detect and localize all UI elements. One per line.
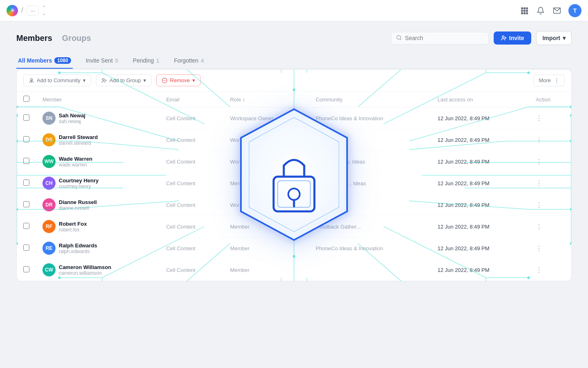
email-cell-0: Cell Content (166, 115, 196, 121)
table-row: DR Dianne Russell dianne.russell Cell Co… (17, 194, 571, 216)
row-checkbox-6[interactable] (23, 245, 29, 251)
table-row: RE Ralph Edwards ralph.edwards Cell Cont… (17, 238, 571, 259)
action-menu-0[interactable]: ⋮ (536, 115, 543, 122)
row-checkbox-4[interactable] (23, 201, 29, 207)
svg-rect-3 (521, 10, 523, 12)
tab-groups[interactable]: Groups (62, 34, 91, 43)
member-info-4: Dianne Russell dianne.russell (59, 199, 97, 211)
svg-point-109 (31, 79, 33, 81)
invite-label: Invite (509, 35, 524, 41)
member-info-1: Darrell Steward darrell.steward (59, 134, 98, 146)
member-username-1: darrell.steward (59, 140, 98, 146)
subtab-forgotten[interactable]: Forgotten 4 (172, 53, 205, 69)
member-name-2: Wade Warren (59, 156, 92, 162)
subtab-forgotten-label: Forgotten (174, 57, 198, 64)
more-button[interactable]: More ⋮ (533, 74, 565, 86)
row-checkbox-7[interactable] (23, 266, 29, 272)
last-access-cell-6: 12 Jun 2022, 8:49 PM (437, 245, 489, 251)
remove-label: Remove (170, 77, 189, 83)
action-menu-1[interactable]: ⋮ (536, 137, 543, 144)
subtab-pending[interactable]: Pending 1 (131, 53, 161, 69)
member-avatar-1: DS (42, 133, 56, 146)
svg-rect-4 (523, 10, 526, 12)
add-to-community-button[interactable]: Add to Community ▾ (23, 74, 91, 86)
col-email: Email (160, 92, 223, 108)
user-avatar[interactable]: T (568, 4, 581, 17)
table-row: CW Cameron Williamson cameron.williamson… (17, 259, 571, 281)
page-header: Members Groups Inv (16, 31, 572, 45)
member-avatar-5: RF (42, 220, 56, 233)
topbar-right: T (519, 4, 581, 17)
action-menu-5[interactable]: ⋮ (536, 223, 543, 230)
action-menu-3[interactable]: ⋮ (536, 180, 543, 187)
email-cell-4: Cell Content (166, 202, 196, 208)
svg-rect-0 (521, 7, 523, 9)
email-cell-5: Cell Content (166, 224, 196, 230)
bell-icon[interactable] (536, 6, 546, 16)
member-cell-0: SN Sah Newaj sah.newaj (42, 112, 153, 125)
row-checkbox-3[interactable] (23, 180, 29, 186)
subtab-all-members-label: All Members (18, 57, 52, 64)
member-info-2: Wade Warren wade.warren (59, 156, 92, 168)
add-to-group-button[interactable]: Add to Group ▾ (96, 74, 151, 86)
table-row: CH Courtney Henry courtney.henry Cell Co… (17, 173, 571, 194)
add-to-community-label: Add to Community (37, 77, 80, 83)
search-box[interactable] (391, 32, 489, 45)
table-row: DS Darrell Steward darrell.steward Cell … (17, 129, 571, 151)
col-last-access: Last access on (431, 92, 529, 108)
member-cell-3: CH Courtney Henry courtney.henry (42, 177, 153, 190)
action-menu-7[interactable]: ⋮ (536, 267, 543, 274)
member-name-1: Darrell Steward (59, 134, 98, 140)
member-name-3: Courtney Henry (59, 177, 99, 184)
last-access-cell-2: 12 Jun 2022, 8:49 PM (437, 159, 489, 165)
row-checkbox-2[interactable] (23, 158, 29, 164)
member-avatar-7: CW (42, 263, 56, 276)
subtab-invite-sent[interactable]: Invite Sent 5 (84, 53, 120, 69)
member-cell-5: RF Robert Fox robert.fox (42, 220, 153, 233)
role-cell-5: Member (230, 224, 249, 230)
subtab-all-members[interactable]: All Members 1080 (16, 53, 73, 69)
row-checkbox-0[interactable] (23, 114, 29, 121)
mail-icon[interactable] (552, 6, 562, 16)
topbar-left: ✳ / ··· ⌃⌄ (7, 5, 46, 16)
chevron-down-icon-remove: ▾ (192, 77, 195, 83)
forgotten-count: 4 (201, 58, 204, 64)
chevron-up-down-icon[interactable]: ⌃⌄ (42, 5, 46, 16)
action-menu-2[interactable]: ⋮ (536, 158, 543, 165)
pending-count: 1 (156, 58, 159, 64)
search-input[interactable] (405, 35, 483, 41)
svg-rect-1 (523, 7, 526, 9)
row-checkbox-5[interactable] (23, 223, 29, 229)
members-table: Member Email Role ↕ Community Last acces… (17, 92, 571, 281)
member-cell-6: RE Ralph Edwards ralph.edwards (42, 242, 153, 255)
last-access-cell-0: 12 Jun 2022, 8:49 PM (437, 115, 489, 121)
member-cell-4: DR Dianne Russell dianne.russell (42, 198, 153, 211)
community-cell-0: PhoneCo Ideas & Innovation (316, 115, 383, 121)
invite-button[interactable]: Invite (494, 31, 532, 45)
main-container: Members Groups Inv (0, 21, 588, 368)
community-cell-5: Feedback Gather... (316, 224, 361, 230)
col-community: Community (309, 92, 431, 108)
grid-icon[interactable] (519, 6, 529, 16)
tab-members[interactable]: Members (16, 34, 52, 43)
svg-rect-6 (521, 12, 523, 14)
email-cell-6: Cell Content (166, 245, 196, 251)
action-menu-4[interactable]: ⋮ (536, 202, 543, 209)
last-access-cell-1: 12 Jun 2022, 8:49 PM (437, 137, 489, 143)
breadcrumb-separator: / (21, 6, 23, 15)
app-logo[interactable]: ✳ (7, 5, 18, 16)
member-username-4: dianne.russell (59, 205, 97, 211)
import-label: Import (542, 35, 560, 41)
row-checkbox-1[interactable] (23, 136, 29, 142)
remove-button[interactable]: Remove ▾ (156, 74, 200, 86)
subtab-invite-sent-label: Invite Sent (86, 57, 113, 64)
member-name-0: Sah Newaj (59, 112, 85, 119)
member-info-6: Ralph Edwards ralph.edwards (59, 242, 97, 254)
select-all-checkbox[interactable] (23, 96, 29, 102)
breadcrumb-more-button[interactable]: ··· (27, 6, 39, 16)
import-button[interactable]: Import ▾ (536, 31, 572, 45)
col-role: Role ↕ (223, 92, 309, 108)
member-name-6: Ralph Edwards (59, 242, 97, 249)
action-menu-6[interactable]: ⋮ (536, 245, 543, 252)
community-cell-2: ...sCommunity, Ideas (316, 159, 365, 165)
